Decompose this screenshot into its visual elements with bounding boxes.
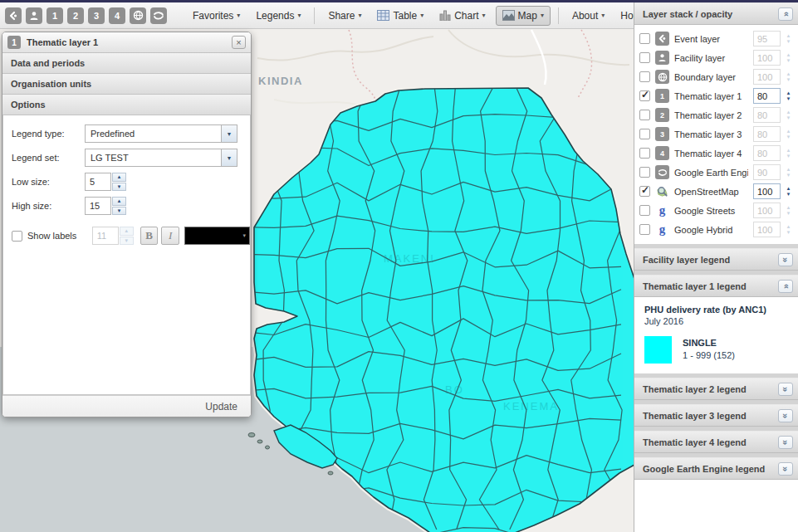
section-data-and-periods[interactable]: Data and periods — [2, 53, 251, 74]
expand-panel-button[interactable]: » — [778, 436, 793, 449]
spinner-up-icon[interactable]: ▲ — [786, 33, 791, 39]
boundary-layer-button[interactable] — [130, 7, 146, 24]
thematic2-checkbox[interactable]: ✓ — [639, 110, 650, 120]
thematic1-checkbox[interactable]: ✓ — [639, 90, 650, 101]
spinner-up-icon[interactable]: ▲ — [786, 167, 791, 173]
section-organisation-units[interactable]: Organisation units — [2, 74, 251, 95]
thematic3-checkbox[interactable]: ✓ — [639, 129, 650, 139]
spinner-down-icon[interactable]: ▼ — [786, 134, 791, 140]
opacity-input[interactable] — [753, 50, 781, 66]
thematic3-legend-header[interactable]: Thematic layer 3 legend » — [634, 404, 798, 427]
boundary-layer-checkbox[interactable]: ✓ — [639, 71, 650, 82]
spinner-down-icon[interactable]: ▼ — [786, 77, 791, 83]
chevron-down-icon[interactable]: ▼ — [221, 125, 237, 142]
thematic4-legend-header[interactable]: Thematic layer 4 legend » — [634, 431, 798, 453]
menu-chart[interactable]: Chart▾ — [433, 7, 491, 25]
menu-favorites-label: Favorites — [193, 10, 233, 22]
thematic-layer-1-dialog: 1 Thematic layer 1 × Data and periods Or… — [2, 32, 252, 417]
menu-favorites[interactable]: Favorites▾ — [187, 7, 246, 25]
thematic3-button[interactable]: 3 — [88, 7, 105, 24]
opacity-input[interactable] — [753, 107, 781, 123]
event-layer-checkbox[interactable]: ✓ — [639, 33, 650, 44]
spinner-up-icon[interactable]: ▲ — [786, 52, 791, 58]
spinner-down-icon[interactable]: ▼ — [786, 39, 791, 45]
gee-legend-header[interactable]: Google Earth Engine legend » — [634, 457, 798, 480]
expand-panel-button[interactable]: » — [778, 409, 793, 422]
italic-button[interactable]: I — [161, 227, 179, 245]
dialog-titlebar[interactable]: 1 Thematic layer 1 × — [2, 32, 251, 53]
menu-map[interactable]: Map▾ — [496, 6, 551, 26]
osm-checkbox[interactable]: ✓ — [639, 186, 650, 197]
gee-checkbox[interactable]: ✓ — [639, 167, 650, 178]
spinner-up-icon[interactable]: ▲ — [786, 205, 791, 211]
opacity-input[interactable] — [753, 69, 781, 85]
collapse-panel-button[interactable]: » — [778, 280, 793, 293]
thematic4-button[interactable]: 4 — [109, 7, 125, 24]
facility-layer-button[interactable] — [26, 7, 42, 24]
spinner-up-icon[interactable]: ▲ — [786, 129, 791, 134]
facility-layer-checkbox[interactable]: ✓ — [639, 52, 650, 63]
google-streets-checkbox[interactable]: ✓ — [639, 205, 650, 216]
section-options[interactable]: Options — [2, 95, 251, 115]
spinner-down-icon[interactable]: ▼ — [786, 58, 791, 64]
spinner-up-icon[interactable]: ▲ — [112, 197, 126, 206]
opacity-input[interactable] — [753, 203, 781, 218]
opacity-input[interactable] — [753, 88, 781, 104]
expand-panel-button[interactable]: » — [778, 383, 793, 396]
layer-stack-panel-header[interactable]: Layer stack / opacity » — [634, 2, 798, 25]
spinner-up-icon[interactable]: ▲ — [786, 148, 791, 154]
opacity-input[interactable] — [753, 145, 781, 161]
spinner-down-icon[interactable]: ▼ — [786, 230, 791, 236]
opacity-input[interactable] — [753, 31, 781, 46]
update-button[interactable]: Update — [202, 398, 241, 415]
spinner-up-icon[interactable]: ▲ — [786, 186, 791, 192]
thematic1-button[interactable]: 1 — [47, 7, 63, 24]
opacity-input[interactable] — [753, 164, 781, 180]
spinner-down-icon[interactable]: ▼ — [786, 211, 791, 217]
thematic2-legend-header[interactable]: Thematic layer 2 legend » — [634, 378, 798, 400]
font-size-input[interactable] — [92, 227, 119, 245]
spinner-down-icon[interactable]: ▼ — [786, 154, 791, 159]
spinner-up-icon[interactable]: ▲ — [786, 71, 791, 77]
facility-legend-header[interactable]: Facility layer legend » — [634, 248, 798, 271]
thematic4-checkbox[interactable]: ✓ — [639, 148, 650, 159]
menu-about[interactable]: About▾ — [566, 7, 610, 25]
google-earth-button[interactable] — [150, 7, 167, 24]
event-layer-button[interactable] — [5, 7, 22, 24]
spinner-down-icon[interactable]: ▼ — [112, 183, 126, 192]
spinner-up-icon[interactable]: ▲ — [786, 90, 791, 96]
font-color-picker[interactable]: ▾ — [184, 227, 250, 245]
spinner-down-icon[interactable]: ▼ — [786, 192, 791, 198]
spinner-down-icon[interactable]: ▼ — [786, 115, 791, 121]
high-size-input[interactable] — [85, 197, 111, 215]
spinner-down-icon[interactable]: ▼ — [786, 96, 791, 102]
spinner-down-icon[interactable]: ▼ — [786, 173, 791, 178]
thematic2-button[interactable]: 2 — [67, 7, 84, 24]
opacity-input[interactable] — [753, 222, 781, 237]
show-labels-checkbox[interactable]: ✓ — [12, 231, 22, 242]
legend-type-combo[interactable]: Predefined ▼ — [85, 124, 237, 143]
menu-legends[interactable]: Legends▾ — [250, 7, 306, 25]
thematic1-legend-title: Thematic layer 1 legend — [643, 281, 778, 291]
opacity-input[interactable] — [753, 126, 781, 142]
low-size-input[interactable] — [85, 173, 111, 191]
expand-panel-button[interactable]: » — [778, 462, 793, 476]
toolbar-separator — [558, 7, 559, 24]
spinner-up-icon[interactable]: ▲ — [120, 227, 134, 236]
spinner-up-icon[interactable]: ▲ — [786, 110, 791, 115]
collapse-panel-button[interactable]: » — [778, 7, 793, 21]
google-hybrid-checkbox[interactable]: ✓ — [639, 224, 650, 235]
close-icon[interactable]: × — [232, 36, 246, 49]
spinner-up-icon[interactable]: ▲ — [112, 173, 126, 182]
legend-set-combo[interactable]: LG TEST ▼ — [85, 149, 237, 167]
spinner-down-icon[interactable]: ▼ — [112, 207, 126, 216]
opacity-input[interactable] — [753, 183, 781, 199]
bold-button[interactable]: B — [140, 227, 159, 245]
chevron-down-icon[interactable]: ▼ — [221, 149, 237, 166]
menu-share[interactable]: Share▾ — [322, 7, 367, 25]
spinner-up-icon[interactable]: ▲ — [786, 224, 791, 230]
thematic1-legend-header[interactable]: Thematic layer 1 legend » — [634, 275, 798, 297]
expand-panel-button[interactable]: » — [778, 253, 793, 266]
spinner-down-icon[interactable]: ▼ — [120, 237, 134, 246]
menu-table[interactable]: Table▾ — [371, 7, 429, 25]
